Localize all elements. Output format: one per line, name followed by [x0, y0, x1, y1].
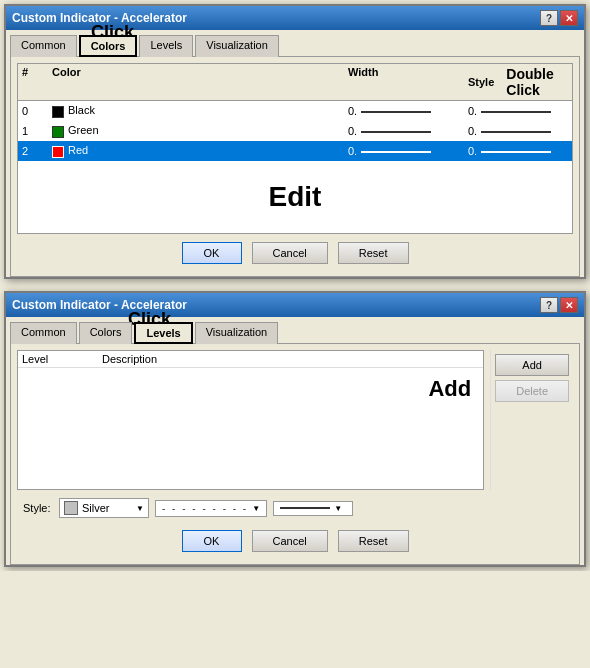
- dialog2: Custom Indicator - Accelerator ? ✕ Click…: [4, 291, 586, 567]
- ok-button-1[interactable]: OK: [182, 242, 242, 264]
- tab-visualization-1[interactable]: Visualization: [195, 35, 279, 57]
- add-level-button[interactable]: Add: [495, 354, 569, 376]
- color-dropdown-arrow: ▼: [136, 504, 144, 513]
- close-button-1[interactable]: ✕: [560, 10, 578, 26]
- style-color-select[interactable]: Silver ▼: [59, 498, 149, 518]
- silver-swatch: [64, 501, 78, 515]
- swatch-green: [52, 126, 64, 138]
- bottom-buttons-1: OK Cancel Reset: [17, 234, 573, 270]
- levels-side-buttons: Add Delete: [490, 350, 573, 490]
- row2-num: 2: [22, 145, 52, 157]
- row0-style: 0.: [468, 105, 568, 117]
- line-dropdown-arrow: ▼: [252, 504, 260, 513]
- reset-button-2[interactable]: Reset: [338, 530, 409, 552]
- table-row-2[interactable]: 2 Red 0. 0.: [18, 141, 572, 161]
- bottom-buttons-2: OK Cancel Reset: [17, 522, 573, 558]
- tab-levels-1[interactable]: Levels: [139, 35, 193, 57]
- width-line-2: [361, 151, 431, 153]
- tab-colors-1[interactable]: Colors: [79, 35, 138, 57]
- row2-width: 0.: [348, 145, 468, 157]
- swatch-red: [52, 146, 64, 158]
- cancel-button-1[interactable]: Cancel: [252, 242, 328, 264]
- dialog1: Custom Indicator - Accelerator ? ✕ Click…: [4, 4, 586, 279]
- row1-color: Green: [52, 124, 348, 137]
- tab-common-2[interactable]: Common: [10, 322, 77, 344]
- tab-content-1: # Color Width Style Double Click 0 Black…: [10, 56, 580, 277]
- tab-levels-2[interactable]: Levels: [134, 322, 192, 344]
- colors-table: # Color Width Style Double Click 0 Black…: [17, 63, 573, 234]
- row2-style: 0.: [468, 145, 568, 157]
- style-line-0: [481, 111, 551, 113]
- reset-button-1[interactable]: Reset: [338, 242, 409, 264]
- width-dropdown-arrow: ▼: [334, 504, 342, 513]
- width-line-1: [361, 131, 431, 133]
- title-bar-2: Custom Indicator - Accelerator ? ✕: [6, 293, 584, 317]
- row2-color: Red: [52, 144, 348, 157]
- help-button-2[interactable]: ?: [540, 297, 558, 313]
- close-button-2[interactable]: ✕: [560, 297, 578, 313]
- col-description: Description: [102, 353, 479, 365]
- levels-header: Level Description: [18, 351, 483, 368]
- style-line-2: [481, 151, 551, 153]
- row0-width: 0.: [348, 105, 468, 117]
- delete-level-button[interactable]: Delete: [495, 380, 569, 402]
- tab-common-1[interactable]: Common: [10, 35, 77, 57]
- edit-label: Edit: [18, 161, 572, 233]
- add-label-overlay: Add: [22, 372, 479, 402]
- col-style: Style Double Click: [468, 66, 568, 98]
- row1-width: 0.: [348, 125, 468, 137]
- line-pattern: - - - - - - - - -: [162, 503, 248, 514]
- table-row-0[interactable]: 0 Black 0. 0.: [18, 101, 572, 121]
- table-row-1[interactable]: 1 Green 0. 0.: [18, 121, 572, 141]
- title-bar-buttons-1: ? ✕: [540, 10, 578, 26]
- row0-color: Black: [52, 104, 348, 117]
- swatch-black: [52, 106, 64, 118]
- line-style-select[interactable]: - - - - - - - - - ▼: [155, 500, 267, 517]
- row1-num: 1: [22, 125, 52, 137]
- width-line-0: [361, 111, 431, 113]
- tab-visualization-2[interactable]: Visualization: [195, 322, 279, 344]
- color-name: Silver: [82, 502, 110, 514]
- style-row: Style: Silver ▼ - - - - - - - - - ▼ ▼: [17, 494, 573, 522]
- line-width-preview: [280, 507, 330, 509]
- line-width-select[interactable]: ▼: [273, 501, 353, 516]
- col-color: Color: [52, 66, 348, 98]
- row0-num: 0: [22, 105, 52, 117]
- row1-style: 0.: [468, 125, 568, 137]
- table-header: # Color Width Style Double Click: [18, 64, 572, 101]
- tab-colors-2[interactable]: Colors: [79, 322, 133, 344]
- double-click-label: Double Click: [506, 66, 568, 98]
- title-bar-buttons-2: ? ✕: [540, 297, 578, 313]
- col-num: #: [22, 66, 52, 98]
- ok-button-2[interactable]: OK: [182, 530, 242, 552]
- col-width: Width: [348, 66, 468, 98]
- levels-table: Level Description Add: [17, 350, 484, 490]
- style-label: Style:: [23, 502, 53, 514]
- cancel-button-2[interactable]: Cancel: [252, 530, 328, 552]
- tab-content-2: Level Description Add Add Delete Style: …: [10, 343, 580, 565]
- tabs-2: Common Colors Levels Visualization: [6, 317, 584, 343]
- style-line-1: [481, 131, 551, 133]
- help-button-1[interactable]: ?: [540, 10, 558, 26]
- col-level: Level: [22, 353, 102, 365]
